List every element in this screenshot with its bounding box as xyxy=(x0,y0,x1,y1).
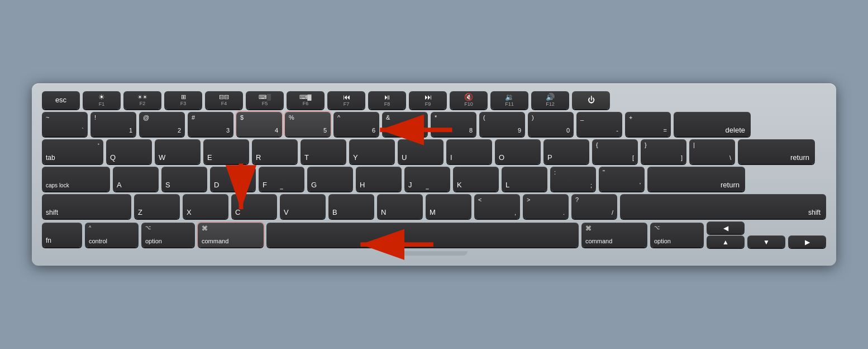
key-f9[interactable]: ⏭F9 xyxy=(409,91,447,109)
key-m[interactable]: M xyxy=(426,194,471,219)
key-j[interactable]: J xyxy=(404,167,450,191)
key-k[interactable]: K xyxy=(453,167,499,191)
key-tab[interactable]: tab • xyxy=(42,139,103,164)
key-power[interactable]: ⏻ xyxy=(572,91,610,109)
key-9[interactable]: ( 9 xyxy=(479,112,525,136)
number-row: ~ ` ! 1 @ 2 # 3 $ 4 % 5 ^ 6 & 7 xyxy=(42,112,826,136)
key-b[interactable]: B xyxy=(328,194,374,219)
key-7[interactable]: & 7 xyxy=(382,112,428,136)
key-quote[interactable]: "' xyxy=(599,167,645,191)
key-f8[interactable]: ⏯F8 xyxy=(368,91,406,109)
key-return-2[interactable]: return xyxy=(647,167,745,191)
key-8[interactable]: * 8 xyxy=(431,112,476,136)
key-u[interactable]: U xyxy=(398,139,443,164)
key-command-right[interactable]: ⌘ command xyxy=(581,223,647,247)
key-p[interactable]: P xyxy=(543,139,589,164)
bottom-row: fn ^ control ⌥ option ⌘ command ⌘ comman… xyxy=(42,221,826,248)
key-d[interactable]: D xyxy=(210,167,256,191)
asdf-row: caps lock A S D F G H J K L :; "' return xyxy=(42,167,826,191)
key-f[interactable]: F xyxy=(259,167,304,191)
key-space[interactable] xyxy=(266,223,579,247)
key-lbracket[interactable]: {[ xyxy=(592,139,638,164)
arrow-cluster: ◀ ▲ ▼ ▶ xyxy=(707,221,826,248)
key-f7[interactable]: ⏮F7 xyxy=(327,91,365,109)
key-backslash[interactable]: |\ xyxy=(689,139,735,164)
keyboard: esc ☀F1 ☀☀F2 ⊞F3 ⊟⊟F4 ⌨░F5 ⌨▓F6 ⏮F7 ⏯F8 … xyxy=(32,83,836,266)
key-f3[interactable]: ⊞F3 xyxy=(164,91,202,109)
key-fn[interactable]: fn xyxy=(42,223,82,247)
key-command-left[interactable]: ⌘ command xyxy=(198,223,264,247)
key-shift-left[interactable]: shift xyxy=(42,194,131,219)
zxcv-row: shift Z X C V B N M <, >. ?/ shift xyxy=(42,194,826,219)
key-w[interactable]: W xyxy=(155,139,201,164)
key-delete[interactable]: delete xyxy=(674,112,751,136)
key-capslock[interactable]: caps lock xyxy=(42,167,110,191)
key-t[interactable]: T xyxy=(301,139,346,164)
key-arrow-left[interactable]: ◀ xyxy=(707,221,745,234)
key-period[interactable]: >. xyxy=(523,194,569,219)
key-c[interactable]: C xyxy=(231,194,277,219)
key-f10[interactable]: 🔇F10 xyxy=(450,91,488,109)
fn-row: esc ☀F1 ☀☀F2 ⊞F3 ⊟⊟F4 ⌨░F5 ⌨▓F6 ⏮F7 ⏯F8 … xyxy=(42,91,826,109)
key-arrow-up[interactable]: ▲ xyxy=(707,235,745,248)
key-esc[interactable]: esc xyxy=(42,91,80,109)
key-option-right[interactable]: ⌥ option xyxy=(650,223,704,247)
key-i[interactable]: I xyxy=(446,139,492,164)
key-f2[interactable]: ☀☀F2 xyxy=(123,91,161,109)
key-r[interactable]: R xyxy=(252,139,298,164)
key-q[interactable]: Q xyxy=(106,139,152,164)
key-2[interactable]: @ 2 xyxy=(139,112,185,136)
key-shift-right[interactable]: shift xyxy=(620,194,826,219)
key-f1[interactable]: ☀F1 xyxy=(83,91,121,109)
key-l[interactable]: L xyxy=(502,167,547,191)
key-control[interactable]: ^ control xyxy=(85,223,139,247)
key-n[interactable]: N xyxy=(377,194,423,219)
key-g[interactable]: G xyxy=(307,167,353,191)
key-semicolon[interactable]: :; xyxy=(550,167,596,191)
key-slash[interactable]: ?/ xyxy=(571,194,617,219)
key-minus[interactable]: _ - xyxy=(576,112,622,136)
key-y[interactable]: Y xyxy=(349,139,395,164)
key-0[interactable]: ) 0 xyxy=(528,112,574,136)
key-z[interactable]: Z xyxy=(134,194,180,219)
key-f4[interactable]: ⊟⊟F4 xyxy=(205,91,243,109)
key-comma[interactable]: <, xyxy=(474,194,520,219)
key-return[interactable]: return xyxy=(738,139,815,164)
keyboard-notch xyxy=(400,251,468,256)
key-a[interactable]: A xyxy=(113,167,159,191)
key-arrow-down[interactable]: ▼ xyxy=(747,235,785,248)
key-backtick[interactable]: ~ ` xyxy=(42,112,88,136)
key-rbracket[interactable]: }] xyxy=(641,139,686,164)
key-6[interactable]: ^ 6 xyxy=(333,112,379,136)
key-v[interactable]: V xyxy=(280,194,326,219)
key-4[interactable]: $ 4 xyxy=(236,112,282,136)
key-3[interactable]: # 3 xyxy=(188,112,233,136)
key-option-left[interactable]: ⌥ option xyxy=(141,223,195,247)
key-f12[interactable]: 🔊F12 xyxy=(531,91,569,109)
key-5[interactable]: % 5 xyxy=(285,112,331,136)
qwerty-row: tab • Q W E R T Y U I O P {[ }] |\ retur… xyxy=(42,139,826,164)
key-f11[interactable]: 🔉F11 xyxy=(490,91,528,109)
key-x[interactable]: X xyxy=(183,194,228,219)
key-equals[interactable]: + = xyxy=(625,112,671,136)
key-f6[interactable]: ⌨▓F6 xyxy=(287,91,325,109)
key-arrow-right[interactable]: ▶ xyxy=(788,235,826,248)
key-1[interactable]: ! 1 xyxy=(90,112,136,136)
key-h[interactable]: H xyxy=(356,167,402,191)
key-f5[interactable]: ⌨░F5 xyxy=(246,91,284,109)
key-o[interactable]: O xyxy=(495,139,541,164)
key-s[interactable]: S xyxy=(161,167,207,191)
key-e[interactable]: E xyxy=(203,139,249,164)
